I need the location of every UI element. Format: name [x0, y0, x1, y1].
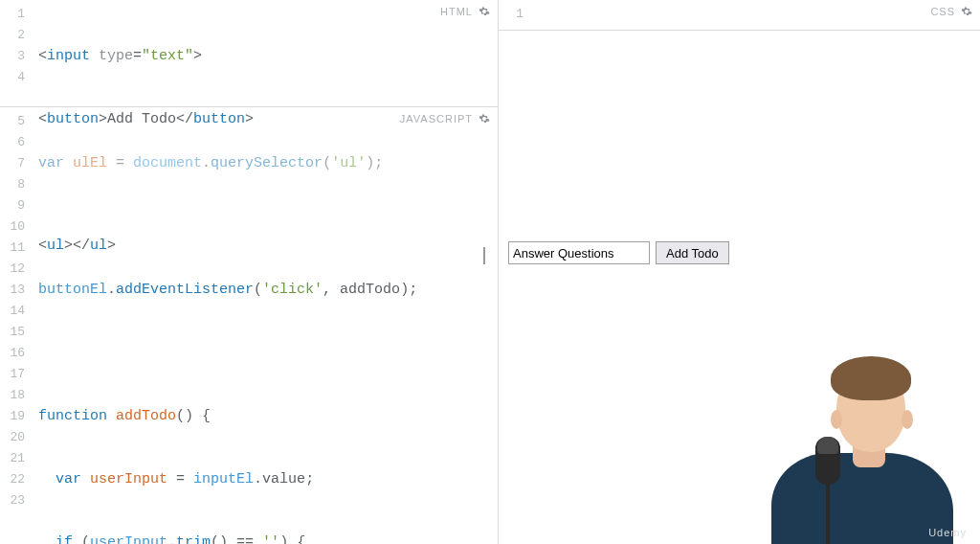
html-gutter: 1 2 3 4: [0, 0, 33, 106]
js-editor-pane[interactable]: JAVASCRIPT 5 6 7 8 9 10 11 12 13 14 15 1…: [0, 107, 498, 544]
line-number: 17: [0, 364, 33, 385]
css-label-text: CSS: [930, 6, 955, 17]
html-editor-pane[interactable]: HTML 1 2 3 4 <input type="text"> <button…: [0, 0, 498, 107]
line-number: 10: [0, 216, 33, 238]
line-number: 5: [0, 111, 33, 132]
line-number: 21: [0, 448, 33, 469]
line-number: 16: [0, 343, 33, 364]
line-number: 23: [0, 490, 33, 511]
codepen-layout: HTML 1 2 3 4 <input type="text"> <button…: [0, 0, 980, 544]
js-gutter: 5 6 7 8 9 10 11 12 13 14 15 16 17 18 19 …: [0, 107, 33, 544]
line-number: 12: [0, 259, 33, 280]
todo-input[interactable]: [508, 241, 650, 264]
line-number: 15: [0, 322, 33, 343]
watermark: Udemy: [928, 527, 967, 538]
presenter-webcam: [762, 362, 963, 544]
text-cursor-icon: [483, 247, 485, 264]
line-number: 6: [0, 132, 33, 153]
line-number: 2: [0, 25, 33, 46]
line-number: 3: [0, 46, 33, 67]
line-number: 9: [0, 195, 33, 216]
line-number: 13: [0, 280, 33, 301]
line-number: 22: [0, 469, 33, 490]
line-number: 20: [0, 427, 33, 448]
line-number: 1: [0, 4, 33, 25]
line-number: 19: [0, 406, 33, 427]
line-number: 4: [0, 67, 33, 88]
microphone-icon: [815, 437, 840, 544]
line-number: 1: [499, 4, 531, 25]
gear-icon[interactable]: [961, 6, 972, 17]
line-number: 11: [0, 238, 33, 259]
css-editor-pane[interactable]: CSS 1: [499, 0, 980, 31]
line-number: 8: [0, 174, 33, 195]
css-pane-label: CSS: [930, 6, 972, 17]
add-todo-button[interactable]: Add Todo: [656, 241, 729, 264]
js-code[interactable]: var ulEl = document.querySelector('ul');…: [38, 111, 492, 544]
left-column: HTML 1 2 3 4 <input type="text"> <button…: [0, 0, 499, 544]
line-number: 14: [0, 301, 33, 322]
css-gutter: 1: [499, 0, 531, 30]
line-number: 18: [0, 385, 33, 406]
line-number: 7: [0, 153, 33, 174]
right-column: CSS 1 Add Todo: [499, 0, 980, 544]
